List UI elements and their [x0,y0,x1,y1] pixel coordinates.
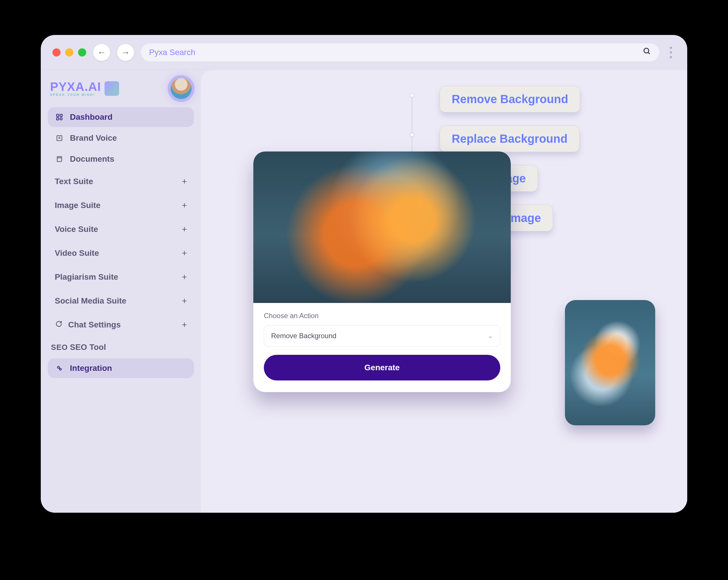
search-bar[interactable] [141,43,659,61]
close-window-icon[interactable] [52,48,60,56]
sidebar-group-label: Video Suite [55,249,99,258]
sidebar-group-plagiarism-suite[interactable]: Plagiarism Suite + [48,266,194,288]
action-select[interactable]: Remove Background ⌄ [264,325,500,347]
sidebar-item-label: Integration [70,363,112,373]
sidebar-item-dashboard[interactable]: Dashboard [48,107,194,127]
minimize-window-icon[interactable] [65,48,73,56]
plus-icon: + [182,296,187,306]
sidebar-group-label: Chat Settings [68,320,121,329]
forward-button[interactable]: → [117,44,134,61]
sidebar-item-label: Dashboard [70,112,112,122]
sidebar-group-label: Text Suite [55,177,93,186]
sidebar-item-documents[interactable]: Documents [48,149,194,169]
sidebar: PYXA.AI SPEAK YOUR MIND! Dashboard [41,70,201,513]
svg-rect-2 [56,114,59,117]
plus-icon: + [182,200,187,210]
plus-icon: + [182,272,187,282]
sidebar-group-chat-settings[interactable]: Chat Settings + [48,313,194,336]
rail-dot-icon [410,93,414,98]
chat-icon [55,320,62,330]
arrow-right-icon: → [121,48,130,57]
search-input[interactable] [149,48,638,57]
app-window: ← → PYXA.AI SPEAK YOUR MIND! [41,35,687,513]
brand-logo: PYXA.AI SPEAK YOUR MIND! [50,80,101,97]
arrow-left-icon: ← [97,48,106,57]
sidebar-item-label: Brand Voice [70,133,117,143]
sidebar-item-seo-tool[interactable]: SEO SEO Tool [48,337,194,357]
more-menu-icon[interactable] [666,47,676,58]
sidebar-group-label: Social Media Suite [55,296,126,306]
sidebar-group-text-suite[interactable]: Text Suite + [48,170,194,193]
svg-point-0 [644,48,649,53]
action-pill-remove-background[interactable]: Remove Background [440,86,580,112]
generator-card: Choose an Action Remove Background ⌄ Gen… [253,151,511,392]
plus-icon: + [182,224,187,234]
content-area: Remove Background Replace Background Tex… [201,70,687,513]
avatar[interactable] [171,78,191,99]
svg-line-1 [648,52,650,54]
sidebar-group-label: Image Suite [55,201,101,210]
rail-dot-icon [410,132,414,137]
sidebar-group-social-media-suite[interactable]: Social Media Suite + [48,289,194,312]
svg-rect-10 [57,158,61,162]
svg-rect-3 [60,114,62,117]
seo-icon: SEO [55,343,64,352]
sidebar-group-label: Voice Suite [55,225,98,234]
brand-title: PYXA.AI [50,80,101,93]
sidebar-item-label: Documents [70,154,114,164]
sidebar-item-brand-voice[interactable]: Brand Voice [48,128,194,148]
brand-glyph-icon [105,81,119,96]
maximize-window-icon[interactable] [78,48,86,56]
dashboard-icon [55,113,64,121]
brand-voice-icon [55,134,64,142]
sidebar-group-voice-suite[interactable]: Voice Suite + [48,218,194,241]
svg-point-5 [60,118,62,120]
titlebar: ← → [41,35,687,70]
brand-row: PYXA.AI SPEAK YOUR MIND! [48,78,194,107]
sidebar-item-integration[interactable]: Integration [48,358,194,378]
preview-image [253,151,511,303]
plus-icon: + [182,248,187,258]
result-thumbnail[interactable] [565,300,655,425]
sidebar-group-video-suite[interactable]: Video Suite + [48,242,194,264]
window-controls [52,48,86,56]
back-button[interactable]: ← [93,44,110,61]
action-label: Choose an Action [264,312,500,320]
chevron-down-icon: ⌄ [488,332,493,340]
action-select-value: Remove Background [271,332,336,340]
sidebar-group-image-suite[interactable]: Image Suite + [48,194,194,217]
documents-icon [55,155,64,163]
brand-subtitle: SPEAK YOUR MIND! [50,93,101,97]
integration-icon [55,364,64,372]
plus-icon: + [182,320,187,330]
sidebar-item-label: SEO Tool [70,343,106,352]
nav: Dashboard Brand Voice Documents Text Sui… [48,107,194,378]
svg-rect-4 [56,118,59,120]
generate-button[interactable]: Generate [264,355,500,380]
search-icon[interactable] [643,47,651,57]
plus-icon: + [182,177,187,186]
action-pill-replace-background[interactable]: Replace Background [440,126,579,152]
sidebar-group-label: Plagiarism Suite [55,272,118,282]
